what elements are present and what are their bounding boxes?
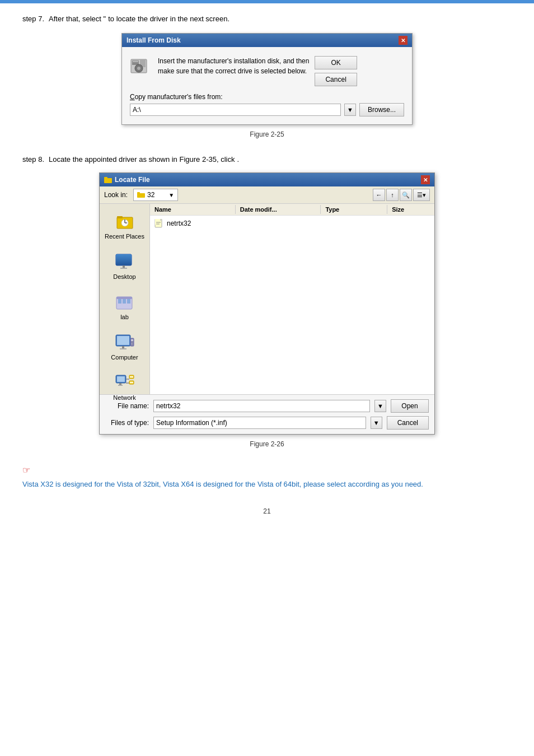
install-dialog-title: Install From Disk — [127, 36, 181, 44]
locate-dialog-title: Locate File — [115, 176, 150, 184]
locate-sidebar: Recent Places — [100, 204, 150, 394]
files-type-row: Files of type: ▼ Cancel — [105, 416, 429, 430]
svg-rect-18 — [120, 268, 127, 269]
locate-folder-icon — [104, 176, 112, 184]
col-name[interactable]: Name — [150, 205, 236, 214]
install-dialog-top-row: Insert the manufacturer's installation d… — [130, 56, 404, 87]
file-list-body: netrtx32 — [150, 216, 434, 394]
toolbar-back-button[interactable]: ← — [373, 189, 385, 201]
copy-input-row: ▼ Browse... — [130, 103, 404, 116]
install-cancel-button[interactable]: Cancel — [315, 73, 357, 86]
step8-text: Locate the appointed driver as shown in … — [49, 155, 235, 164]
locate-dialog-close-button[interactable]: ✕ — [421, 175, 430, 184]
file-name-netrtx32: netrtx32 — [167, 220, 191, 227]
inf-file-icon — [154, 219, 163, 228]
look-in-label: Look in: — [104, 191, 128, 199]
col-size[interactable]: Size — [387, 205, 434, 214]
svg-rect-21 — [123, 299, 126, 304]
install-ok-button[interactable]: OK — [315, 56, 357, 69]
page-number: 21 — [22, 507, 512, 515]
look-in-value: 32 — [147, 191, 154, 199]
file-name-row: File name: ▼ Open — [105, 399, 429, 413]
locate-content: Name Date modif... Type Size — [150, 204, 434, 394]
svg-rect-34 — [118, 385, 123, 386]
copy-dropdown-button[interactable]: ▼ — [344, 104, 356, 116]
step7-line: step 7. After that, select " to locate t… — [22, 15, 512, 23]
files-type-input[interactable] — [153, 417, 366, 429]
install-dialog-message: Insert the manufacturer's installation d… — [158, 56, 309, 76]
svg-rect-37 — [130, 376, 133, 378]
note-section: ☞ Vista X32 is designed for the Vista of… — [22, 465, 512, 491]
toolbar-up-button[interactable]: ↑ — [386, 189, 399, 201]
copy-section: Copy manufacturer's files from: ▼ Browse… — [130, 93, 404, 116]
col-type[interactable]: Type — [321, 205, 387, 214]
open-button[interactable]: Open — [391, 399, 429, 413]
install-dialog-close-button[interactable]: ✕ — [399, 36, 407, 45]
install-dialog: Install From Disk ✕ — [121, 33, 413, 125]
step8-line: step 8. Locate the appointed driver as s… — [22, 155, 512, 164]
svg-rect-11 — [117, 216, 123, 218]
sidebar-label-desktop: Desktop — [113, 273, 135, 280]
copy-label-text: opy manufacturer's files from: — [135, 93, 223, 101]
figure2-caption: Figure 2-26 — [22, 440, 512, 448]
file-name-input[interactable] — [153, 400, 370, 412]
install-dialog-body: Insert the manufacturer's installation d… — [122, 47, 412, 124]
svg-rect-2 — [133, 61, 138, 62]
svg-rect-23 — [116, 297, 132, 299]
copy-label: Copy manufacturer's files from: — [130, 93, 404, 101]
table-row[interactable]: netrtx32 — [150, 218, 434, 229]
sidebar-item-desktop[interactable]: Desktop — [102, 250, 147, 282]
step7-label: step 7. — [22, 15, 44, 23]
col-date[interactable]: Date modif... — [236, 205, 321, 214]
sidebar-item-recent-places[interactable]: Recent Places — [102, 209, 147, 242]
sidebar-item-lab[interactable]: lab — [102, 290, 147, 323]
network-icon — [115, 373, 135, 393]
locate-titlebar: Locate File ✕ — [100, 173, 434, 186]
svg-rect-26 — [122, 346, 124, 348]
svg-rect-8 — [137, 193, 145, 198]
recent-places-icon — [115, 212, 135, 232]
svg-rect-17 — [123, 265, 125, 268]
desktop-icon — [115, 252, 135, 272]
computer-icon — [115, 333, 135, 353]
look-in-folder-icon — [137, 192, 145, 198]
locate-cancel-button[interactable]: Cancel — [387, 416, 429, 430]
sidebar-label-computer: Computer — [111, 354, 138, 361]
locate-toolbar: Look in: 32 ▼ ← ↑ 🔍 ☰▾ — [100, 186, 434, 204]
step7-text-before: After that, select " — [49, 15, 106, 23]
install-msg-line2: make sure that the correct drive is sele… — [158, 66, 309, 76]
sidebar-label-lab: lab — [120, 314, 129, 320]
svg-point-30 — [131, 343, 132, 344]
file-list-header: Name Date modif... Type Size — [150, 204, 434, 216]
look-in-dropdown[interactable]: 32 ▼ — [133, 189, 178, 201]
disk-icon — [130, 56, 150, 76]
locate-main: Recent Places — [100, 204, 434, 394]
svg-rect-29 — [131, 339, 133, 341]
step7-text-after: to locate the driver in the next screen. — [108, 15, 229, 23]
browse-button[interactable]: Browse... — [359, 103, 404, 116]
toolbar-icons: ← ↑ 🔍 ☰▾ — [373, 189, 430, 201]
look-in-arrow: ▼ — [168, 192, 174, 198]
locate-titlebar-left: Locate File — [104, 176, 150, 184]
svg-rect-16 — [116, 254, 132, 265]
svg-rect-33 — [119, 383, 121, 385]
sidebar-item-network[interactable]: Network — [102, 371, 147, 403]
copy-input-field[interactable] — [130, 104, 341, 116]
svg-rect-20 — [118, 299, 121, 304]
svg-point-5 — [137, 67, 140, 70]
locate-bottom: File name: ▼ Open Files of type: ▼ Cance… — [100, 394, 434, 434]
files-type-label: Files of type: — [105, 419, 149, 427]
locate-dialog: Locate File ✕ Look in: 32 ▼ ← ↑ — [99, 172, 435, 435]
sidebar-label-recent-places: Recent Places — [105, 233, 144, 240]
toolbar-view-button[interactable]: ☰▾ — [413, 189, 430, 201]
install-dialog-box: Install From Disk ✕ — [121, 33, 413, 125]
file-name-dropdown-button[interactable]: ▼ — [374, 400, 386, 412]
toolbar-search-button[interactable]: 🔍 — [400, 189, 412, 201]
svg-rect-27 — [120, 348, 127, 349]
svg-rect-25 — [117, 336, 129, 345]
files-type-dropdown-button[interactable]: ▼ — [371, 417, 382, 429]
sidebar-item-computer[interactable]: Computer — [102, 330, 147, 363]
svg-rect-7 — [104, 177, 107, 179]
install-dialog-titlebar: Install From Disk ✕ — [122, 34, 412, 47]
install-dialog-top-section: Insert the manufacturer's installation d… — [130, 56, 309, 76]
